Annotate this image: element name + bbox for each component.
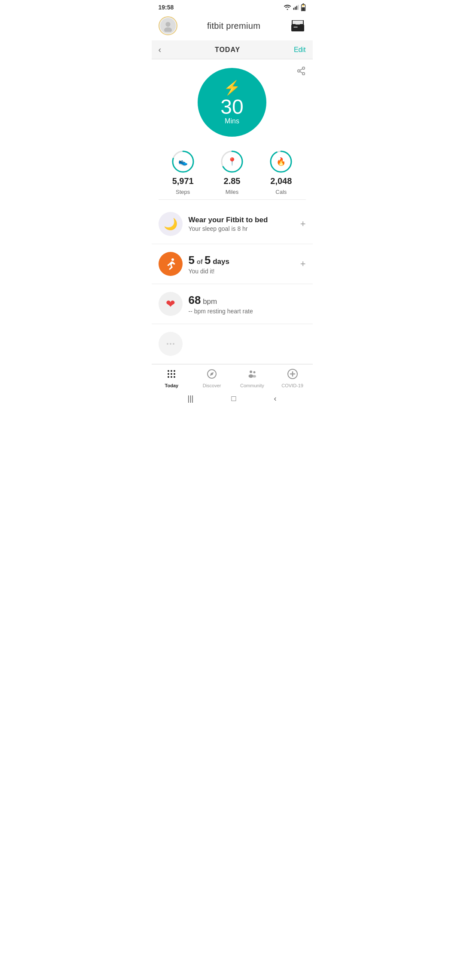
svg-point-37: [250, 371, 252, 373]
partial-card[interactable]: [152, 324, 313, 364]
today-label: Today: [165, 383, 179, 388]
stat-miles[interactable]: 📍 2.85 Miles: [220, 150, 244, 195]
activity-icon-wrap: [159, 252, 183, 276]
inbox-button[interactable]: [290, 18, 305, 34]
miles-unit: Miles: [226, 189, 238, 195]
covid-label: COVID-19: [281, 383, 303, 388]
svg-point-22: [171, 258, 174, 261]
edit-button[interactable]: Edit: [294, 46, 306, 54]
cals-ring: 🔥: [269, 150, 293, 174]
stat-steps[interactable]: 👟 5,971 Steps: [171, 150, 195, 195]
sleep-card-text: Wear your Fitbit to bed Your sleep goal …: [189, 216, 294, 232]
miles-icon: 📍: [227, 157, 237, 166]
run-icon: [164, 257, 177, 270]
heart-card[interactable]: ❤ 68 bpm -- bpm resting heart rate: [152, 284, 313, 324]
activity-card-text: 5 of 5 days You did it!: [189, 254, 294, 275]
svg-point-27: [171, 370, 172, 372]
svg-rect-2: [296, 6, 297, 10]
activity-circle[interactable]: ⚡ 30 Mins: [198, 68, 266, 137]
svg-rect-3: [298, 5, 299, 10]
svg-point-9: [164, 28, 171, 32]
info-cards: 🌙 Wear your Fitbit to bed Your sleep goa…: [152, 204, 313, 364]
battery-icon: ⚡: [301, 3, 306, 11]
app-title: fitbit premium: [207, 21, 260, 31]
share-button[interactable]: [296, 66, 306, 78]
svg-rect-10: [291, 24, 304, 31]
system-menu-button[interactable]: |||: [188, 394, 194, 403]
svg-point-11: [302, 67, 305, 70]
svg-point-31: [174, 373, 175, 375]
activity-days-label: days: [213, 257, 229, 266]
steps-unit: Steps: [176, 189, 190, 195]
svg-point-29: [168, 373, 169, 375]
heart-title: 68 bpm: [189, 294, 306, 307]
miles-value: 2.85: [224, 176, 241, 186]
discover-icon: [207, 369, 217, 382]
sleep-add-button[interactable]: +: [300, 218, 306, 230]
activity-days-title: 5 of 5 days: [189, 254, 294, 267]
bottom-nav: Today Discover Community: [152, 364, 313, 391]
svg-point-38: [253, 371, 255, 374]
svg-rect-1: [295, 7, 296, 10]
discover-label: Discover: [203, 383, 221, 388]
activity-label: Mins: [225, 117, 239, 125]
steps-icon: 👟: [178, 157, 188, 166]
sleep-card[interactable]: 🌙 Wear your Fitbit to bed Your sleep goa…: [152, 204, 313, 244]
status-time: 19:58: [159, 4, 174, 11]
activity-days-of: of: [197, 258, 205, 265]
svg-point-34: [174, 376, 175, 378]
header: fitbit premium: [152, 13, 313, 40]
inbox-icon: [291, 20, 304, 31]
steps-ring: 👟: [171, 150, 195, 174]
sleep-icon: 🌙: [164, 217, 177, 231]
today-dots-icon: [166, 369, 177, 379]
nav-title: TODAY: [215, 46, 240, 54]
svg-point-12: [297, 70, 300, 72]
back-button[interactable]: ‹: [159, 45, 162, 55]
bolt-icon: ⚡: [223, 80, 241, 96]
avatar-image: [162, 20, 174, 32]
sleep-title: Wear your Fitbit to bed: [189, 216, 294, 224]
nav-discover[interactable]: Discover: [199, 369, 225, 388]
heart-subtitle: -- bpm resting heart rate: [189, 308, 306, 315]
community-label: Community: [240, 383, 264, 388]
heart-icon: ❤: [166, 297, 175, 311]
today-icon: [166, 369, 177, 382]
activity-card[interactable]: 5 of 5 days You did it! +: [152, 244, 313, 284]
compass-icon: [207, 369, 217, 379]
svg-marker-36: [210, 372, 214, 376]
cals-unit: Cals: [275, 189, 287, 195]
cals-value: 2,048: [270, 176, 292, 186]
svg-point-25: [173, 343, 174, 345]
svg-text:⚡: ⚡: [302, 4, 305, 7]
svg-point-26: [168, 370, 169, 372]
nav-community[interactable]: Community: [239, 369, 265, 388]
svg-point-28: [174, 370, 175, 372]
activity-days-value: 5: [189, 254, 195, 266]
stats-row: 👟 5,971 Steps 📍 2.85 Miles: [159, 141, 306, 200]
svg-point-23: [167, 343, 168, 345]
system-back-button[interactable]: ‹: [274, 394, 276, 403]
status-bar: 19:58 ⚡: [152, 0, 313, 13]
nav-today[interactable]: Today: [159, 369, 184, 388]
system-nav: ||| □ ‹: [152, 391, 313, 407]
svg-line-14: [299, 71, 302, 73]
svg-point-24: [170, 343, 171, 345]
activity-subtitle: You did it!: [189, 268, 294, 275]
sleep-icon-wrap: 🌙: [159, 212, 183, 236]
system-home-button[interactable]: □: [232, 394, 236, 403]
nav-bar: ‹ TODAY Edit: [152, 40, 313, 59]
svg-rect-6: [302, 7, 305, 11]
nav-covid[interactable]: COVID-19: [280, 369, 305, 388]
community-icon: [247, 369, 257, 382]
activity-add-button[interactable]: +: [300, 258, 306, 270]
sleep-subtitle: Your sleep goal is 8 hr: [189, 225, 294, 232]
main-content: ⚡ 30 Mins 👟 5,971 Steps: [152, 59, 313, 364]
avatar[interactable]: [159, 16, 177, 35]
stat-cals[interactable]: 🔥 2,048 Cals: [269, 150, 293, 195]
svg-point-33: [171, 376, 172, 378]
activity-minutes: 30: [220, 97, 243, 117]
svg-point-40: [253, 375, 256, 378]
svg-point-39: [248, 374, 253, 378]
heart-bpm-unit: bpm: [203, 297, 217, 306]
